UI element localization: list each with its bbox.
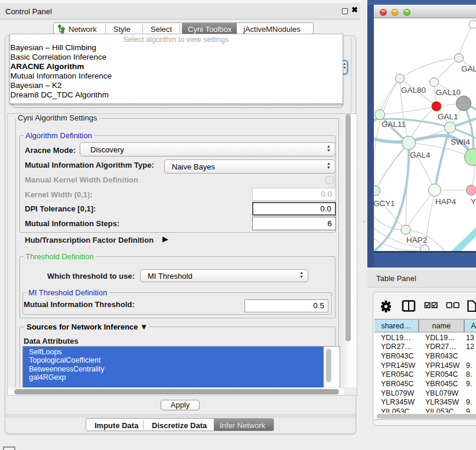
svg-text:HAP4: HAP4 (435, 197, 457, 206)
svg-text:GAL1: GAL1 (438, 112, 458, 121)
svg-text:SWI4: SWI4 (451, 138, 470, 146)
svg-text:HAP2: HAP2 (406, 236, 427, 244)
svg-text:GCY1: GCY1 (374, 199, 395, 208)
svg-text:GAL80: GAL80 (401, 86, 426, 94)
svg-text:GAL4: GAL4 (410, 151, 431, 159)
svg-text:GAL10: GAL10 (436, 88, 461, 97)
svg-text:GAL11: GAL11 (382, 120, 406, 129)
svg-text:Y: Y (471, 197, 476, 206)
svg-text:GAL2: GAL2 (461, 64, 476, 73)
